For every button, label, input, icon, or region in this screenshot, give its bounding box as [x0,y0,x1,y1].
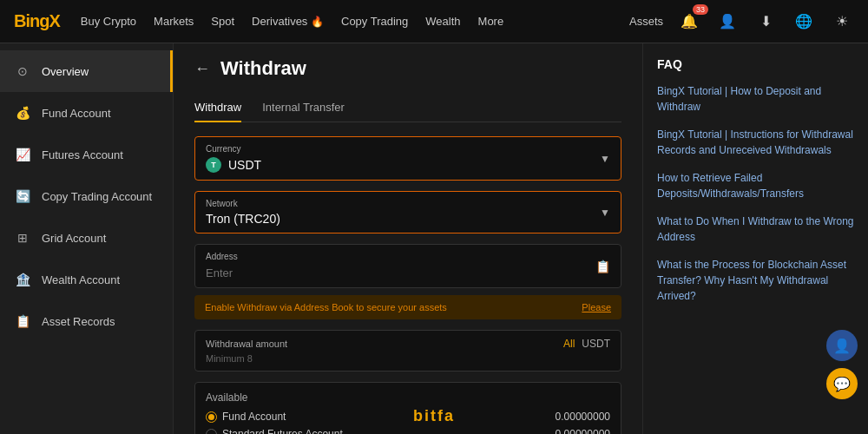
network-dropdown[interactable]: Network Tron (TRC20) ▼ [194,191,621,233]
sidebar-label-records: Asset Records [42,315,115,328]
download-icon[interactable]: ⬇ [753,10,778,34]
sidebar-item-overview[interactable]: ⊙ Overview [0,50,173,92]
account-row-fund[interactable]: Fund Account 0.00000000 [206,411,610,423]
faq-item-2[interactable]: BingX Tutorial | Instructions for Withdr… [657,127,854,158]
nav-spot[interactable]: Spot [211,15,234,28]
theme-icon[interactable]: ☀ [830,10,854,34]
sidebar-item-wealth-account[interactable]: 🏦 Wealth Account [0,259,173,300]
overview-icon: ⊙ [14,62,31,80]
main-content: ← Withdraw Withdraw Internal Transfer Cu… [174,43,642,434]
assets-link[interactable]: Assets [629,15,663,28]
warning-box: Enable Withdraw via Address Book to secu… [194,295,621,319]
sidebar-item-futures-account[interactable]: 📈 Futures Account [0,134,173,175]
nav-copy-trading[interactable]: Copy Trading [341,15,408,28]
warning-text: Enable Withdraw via Address Book to secu… [205,302,447,312]
account-fund-amount: 0.00000000 [556,411,610,423]
network-value: Tron (TRC20) [206,212,610,226]
usdt-icon: T [206,157,221,173]
sidebar-item-asset-records[interactable]: 📋 Asset Records [0,300,173,342]
globe-icon[interactable]: 🌐 [792,10,816,34]
fab-chat-button[interactable]: 💬 [826,368,858,399]
network-text: Tron (TRC20) [206,212,280,226]
top-navigation: BingX Buy Crypto Markets Spot Derivative… [0,0,868,43]
futures-icon: 📈 [14,146,31,163]
sidebar-label-grid: Grid Account [42,232,106,245]
all-button[interactable]: All [563,338,575,350]
usdt-label: USDT [582,338,610,350]
faq-item-3[interactable]: How to Retrieve Failed Deposits/Withdraw… [657,170,854,201]
nav-links: Buy Crypto Markets Spot Derivatives 🔥 Co… [81,15,608,28]
sidebar-item-grid-account[interactable]: ⊞ Grid Account [0,217,173,259]
fund-icon: 💰 [14,104,31,122]
fire-icon: 🔥 [311,16,324,28]
back-button[interactable]: ← [194,60,210,78]
tab-withdraw[interactable]: Withdraw [194,94,241,122]
faq-title: FAQ [657,57,854,71]
nav-buy-crypto[interactable]: Buy Crypto [81,15,136,28]
fab-user-button[interactable]: 👤 [826,330,858,361]
page-title: Withdraw [220,57,306,80]
radio-standard [206,429,217,435]
sidebar-label-overview: Overview [42,65,89,78]
logo-x: X [49,11,59,30]
account-row-standard[interactable]: Standard Futures Account 0.00000000 [206,428,610,434]
address-label: Address [206,252,610,261]
currency-text: USDT [228,158,261,172]
address-field: Address 📋 [194,244,621,288]
logo[interactable]: BingX [14,11,60,31]
account-standard-label: Standard Futures Account [206,428,343,434]
fab-container: 👤 💬 [826,330,858,399]
network-field-group: Network Tron (TRC20) ▼ [194,191,621,233]
currency-dropdown[interactable]: Currency T USDT ▼ [194,136,621,181]
address-input[interactable] [206,266,529,279]
sidebar-label-wealth: Wealth Account [42,273,120,286]
sidebar-label-copy: Copy Trading Account [42,190,152,203]
page-header: ← Withdraw [194,57,621,80]
radio-fund [206,411,217,423]
amount-minimum: Minimum 8 [206,353,610,364]
nav-derivatives[interactable]: Derivatives 🔥 [252,15,324,28]
main-layout: ⊙ Overview 💰 Fund Account 📈 Futures Acco… [0,43,868,434]
nav-wealth[interactable]: Wealth [425,15,460,28]
notification-bell[interactable]: 🔔 33 [677,10,701,34]
amount-controls: All USDT [563,338,610,350]
network-dropdown-arrow: ▼ [600,207,610,219]
wealth-icon: 🏦 [14,271,31,288]
address-book-icon[interactable]: 📋 [595,260,610,273]
available-title: Available [206,391,610,404]
network-label: Network [206,199,610,208]
copy-trading-icon: 🔄 [14,187,31,205]
records-icon: 📋 [14,312,31,330]
account-fund-label: Fund Account [206,411,286,423]
sidebar-label-fund: Fund Account [42,107,111,120]
sidebar: ⊙ Overview 💰 Fund Account 📈 Futures Acco… [0,43,174,434]
withdrawal-amount-box: Withdrawal amount All USDT Minimum 8 [194,330,621,372]
sidebar-item-fund-account[interactable]: 💰 Fund Account [0,92,173,134]
currency-value: T USDT [206,157,610,173]
nav-markets[interactable]: Markets [154,15,194,28]
sidebar-label-futures: Futures Account [42,148,123,161]
tabs: Withdraw Internal Transfer [194,94,621,122]
notification-badge: 33 [693,4,708,15]
account-standard-amount: 0.00000000 [556,428,610,434]
grid-icon: ⊞ [14,229,31,247]
faq-item-4[interactable]: What to Do When I Withdraw to the Wrong … [657,214,854,245]
tab-internal-transfer[interactable]: Internal Transfer [262,94,345,122]
sidebar-item-copy-trading[interactable]: 🔄 Copy Trading Account [0,175,173,217]
faq-item-1[interactable]: BingX Tutorial | How to Deposit and With… [657,83,854,115]
nav-right: Assets 🔔 33 👤 ⬇ 🌐 ☀ [629,10,854,34]
profile-icon[interactable]: 👤 [715,10,740,34]
currency-label: Currency [206,144,610,154]
currency-field-group: Currency T USDT ▼ [194,136,621,181]
available-box: Available Fund Account 0.00000000 Standa… [194,382,621,434]
amount-header: Withdrawal amount All USDT [206,338,610,350]
warning-link[interactable]: Please [582,302,611,312]
currency-dropdown-arrow: ▼ [600,153,610,165]
logo-bing: Bing [14,11,49,30]
amount-label: Withdrawal amount [206,339,287,349]
nav-more[interactable]: More [478,15,504,28]
faq-item-5[interactable]: What is the Process for Blockchain Asset… [657,257,854,304]
